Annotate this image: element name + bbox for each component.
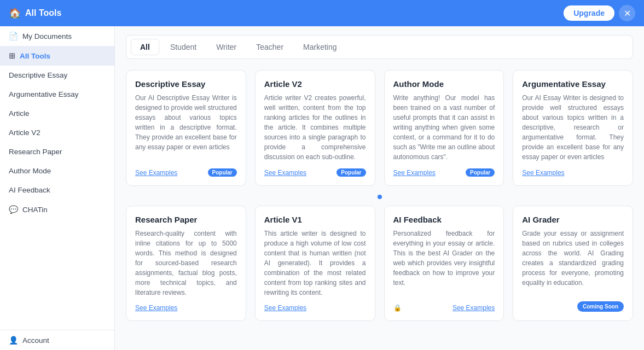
card-footer-author-mode: See Examples Popular [393,168,495,177]
sidebar: 📄 My Documents ⊞ All Tools Descriptive E… [0,26,115,350]
card-desc-article-v1: This article writer is designed to produ… [264,229,366,298]
sidebar-bottom: 👤 Account [0,330,114,350]
chat-icon: 💬 [9,205,18,214]
main-layout: 📄 My Documents ⊞ All Tools Descriptive E… [0,26,644,350]
card-footer-descriptive-essay: See Examples Popular [135,168,237,177]
see-examples-research-paper[interactable]: See Examples [135,304,177,312]
badge-coming-soon-ai-grader: Coming Soon [577,301,624,312]
see-examples-article-v1[interactable]: See Examples [264,304,306,312]
card-footer-research-paper: See Examples [135,304,237,312]
sidebar-label-argumentative-essay: Argumentative Essay [9,90,79,98]
card-research-paper: Research Paper Research-quality content … [126,206,246,321]
account-icon: 👤 [9,336,18,345]
card-title-argumentative-essay: Argumentative Essay [522,79,624,89]
card-desc-ai-grader: Grade your essay or assignment based on … [522,229,624,295]
tab-writer[interactable]: Writer [207,39,245,55]
sidebar-label-descriptive-essay: Descriptive Essay [9,71,67,79]
badge-popular-descriptive-essay: Popular [208,168,237,177]
sidebar-label-my-documents: My Documents [22,32,72,40]
card-footer-article-v1: See Examples [264,304,366,312]
card-ai-grader: AI Grader Grade your essay or assignment… [513,206,633,321]
sidebar-label-chatin: CHATin [22,206,48,214]
header: 🏠 All Tools Upgrade ✕ [0,0,644,26]
header-actions: Upgrade ✕ [564,5,635,21]
card-footer-article-v2: See Examples Popular [264,168,366,177]
badge-popular-author-mode: Popular [466,168,495,177]
close-button[interactable]: ✕ [619,5,635,21]
card-title-ai-grader: AI Grader [522,215,624,224]
card-ai-feedback: AI Feedback Personalized feedback for ev… [384,206,504,321]
tab-teacher[interactable]: Teacher [247,39,292,55]
card-descriptive-essay: Descriptive Essay Our AI Descriptive Ess… [126,70,246,186]
card-footer-ai-grader: Coming Soon [522,301,624,312]
card-desc-argumentative-essay: Our AI Essay Writer is designed to provi… [522,93,624,162]
tab-all[interactable]: All [131,39,159,55]
card-desc-ai-feedback: Personalized feedback for everything in … [393,229,495,298]
cards-row-2: Research Paper Research-quality content … [126,206,633,321]
carousel-indicator [126,195,633,199]
sidebar-label-ai-feedback: AI Feedback [9,186,50,194]
lock-icon: 🔒 [393,304,402,312]
see-examples-article-v2[interactable]: See Examples [264,169,306,177]
badge-popular-article-v2: Popular [336,168,365,177]
card-title-descriptive-essay: Descriptive Essay [135,79,237,89]
sidebar-item-descriptive-essay[interactable]: Descriptive Essay [0,66,114,85]
home-icon: 🏠 [9,7,21,19]
sidebar-item-author-mode[interactable]: Author Mode [0,161,114,180]
sidebar-item-my-documents[interactable]: 📄 My Documents [0,26,114,46]
card-title-article-v1: Article V1 [264,215,366,224]
card-footer-ai-feedback: 🔒 See Examples [393,304,495,312]
card-argumentative-essay: Argumentative Essay Our AI Essay Writer … [513,70,633,186]
tabs-bar: All Student Writer Teacher Marketing [126,35,633,59]
sidebar-label-research-paper: Research Paper [9,148,62,156]
card-footer-argumentative-essay: See Examples [522,169,624,177]
card-desc-descriptive-essay: Our AI Descriptive Essay Writer is desig… [135,93,237,162]
tab-marketing[interactable]: Marketing [294,39,345,55]
card-author-mode: Author Mode Write anything! Our model ha… [384,70,504,186]
card-title-article-v2: Article V2 [264,79,366,89]
sidebar-label-article: Article [9,109,30,118]
sidebar-item-article-v2[interactable]: Article V2 [0,123,114,142]
card-title-author-mode: Author Mode [393,79,495,89]
card-desc-author-mode: Write anything! Our model has been train… [393,93,495,162]
sidebar-label-all-tools: All Tools [20,52,50,60]
sidebar-item-research-paper[interactable]: Research Paper [0,142,114,161]
header-title: All Tools [25,8,61,18]
header-title-group: 🏠 All Tools [9,7,61,19]
card-title-ai-feedback: AI Feedback [393,215,495,224]
card-title-research-paper: Research Paper [135,215,237,224]
see-examples-descriptive-essay[interactable]: See Examples [135,169,177,177]
upgrade-button[interactable]: Upgrade [564,5,614,21]
sidebar-item-all-tools[interactable]: ⊞ All Tools [0,46,114,66]
sidebar-label-author-mode: Author Mode [9,167,51,175]
sidebar-item-argumentative-essay[interactable]: Argumentative Essay [0,85,114,104]
content-area: All Student Writer Teacher Marketing Des… [115,26,644,350]
sidebar-item-article[interactable]: Article [0,104,114,123]
see-examples-author-mode[interactable]: See Examples [393,169,436,177]
card-desc-article-v2: Article writer V2 creates powerful, well… [264,93,366,162]
sidebar-label-account: Account [22,336,49,345]
dot-icon [378,195,382,199]
see-examples-ai-feedback[interactable]: See Examples [452,304,495,312]
card-desc-research-paper: Research-quality content with inline cit… [135,229,237,298]
sidebar-item-account[interactable]: 👤 Account [0,330,114,350]
cards-row-1: Descriptive Essay Our AI Descriptive Ess… [126,70,633,186]
document-icon: 📄 [9,32,18,40]
sidebar-item-chatin[interactable]: 💬 CHATin [0,200,114,219]
sidebar-item-ai-feedback[interactable]: AI Feedback [0,180,114,200]
tab-student[interactable]: Student [161,39,205,55]
sidebar-label-article-v2: Article V2 [9,129,40,137]
grid-icon: ⊞ [9,51,15,60]
see-examples-argumentative-essay[interactable]: See Examples [522,169,564,177]
card-article-v1: Article V1 This article writer is design… [255,206,375,321]
card-article-v2: Article V2 Article writer V2 creates pow… [255,70,375,186]
